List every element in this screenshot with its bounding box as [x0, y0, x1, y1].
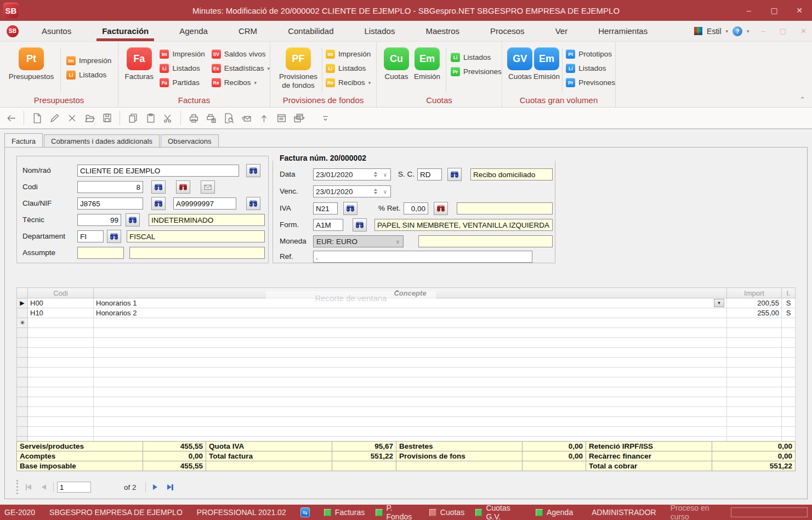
cuotas-gv-listados-button[interactable]: LiListados [566, 64, 615, 73]
edit-button[interactable] [47, 110, 62, 126]
menu-listados[interactable]: Listados [349, 21, 411, 41]
open-button[interactable] [82, 110, 97, 126]
module-p-fondos[interactable]: P. Fondos [376, 504, 418, 520]
next-page-button[interactable] [149, 482, 161, 493]
menu-herramientas[interactable]: Herramientas [583, 21, 663, 41]
recibos-button[interactable]: ReRecibos▾ [212, 78, 270, 87]
provisiones-recibos-button[interactable]: ReRecibos▾ [326, 78, 371, 87]
module-facturas[interactable]: Facturas [324, 508, 365, 517]
codi-lookup-button[interactable] [151, 180, 166, 194]
window-cascade-button[interactable]: ▾ [291, 110, 306, 126]
cuotas-previsiones-button[interactable]: PrPrevisiones [451, 67, 502, 76]
close-button[interactable]: ✕ [787, 0, 812, 21]
departament-input[interactable] [77, 230, 104, 242]
departament-lookup-button[interactable] [107, 230, 121, 243]
new-record-button[interactable] [29, 110, 44, 126]
back-button[interactable] [3, 110, 19, 126]
concepte-dropdown-icon[interactable]: ▼ [714, 299, 724, 307]
provisiones-listados-button[interactable]: LiListados [326, 64, 371, 73]
codi-input[interactable] [77, 181, 143, 193]
tecnic-input[interactable] [77, 214, 121, 226]
presupuestos-listados-button[interactable]: LiListados [66, 70, 111, 80]
estil-label[interactable]: Estil [707, 27, 721, 36]
export-button[interactable] [256, 110, 271, 126]
menu-agenda[interactable]: Agenda [164, 21, 223, 41]
presupuestos-impresion-button[interactable]: ImImpresión [66, 56, 111, 65]
col-import[interactable]: Import [727, 288, 782, 298]
nif-lookup-button[interactable] [151, 197, 166, 210]
cuotas-listados-button[interactable]: LiListados [451, 53, 502, 62]
col-codi[interactable]: Codi [28, 288, 94, 298]
grid-row-1[interactable]: ▶ H00 ▼Honorarios 1 200,55 S [17, 298, 796, 308]
col-i[interactable]: I. [782, 288, 796, 298]
menu-contabilidad[interactable]: Contabilidad [272, 21, 349, 41]
print-preview-button[interactable] [221, 110, 236, 126]
maximize-button[interactable]: ▢ [762, 0, 787, 21]
cuotas-gv-emision-button[interactable]: Em Emisión [533, 47, 560, 81]
form-lookup-button[interactable] [353, 218, 367, 231]
app-logo-small-icon[interactable]: SB [7, 25, 19, 37]
date-dropdown-icon[interactable]: ∨ [380, 189, 390, 195]
saldos-vivos-button[interactable]: SVSaldos vivos [212, 49, 270, 59]
nif2-input[interactable] [173, 197, 236, 210]
minimize-button[interactable]: – [736, 0, 762, 21]
facturas-listados-button[interactable]: LiListados [160, 64, 205, 73]
codi-lookup-red-button[interactable] [176, 180, 190, 194]
grid-row-2[interactable]: H10 Honorarios 2 255,00 S [17, 308, 796, 318]
delete-button[interactable] [64, 110, 80, 126]
nif2-lookup-button[interactable] [246, 197, 260, 210]
page-number-input[interactable] [57, 482, 91, 493]
presupuestos-button[interactable]: Pt Presupuestos [8, 47, 55, 81]
first-page-button[interactable] [22, 482, 35, 493]
estil-dropdown-icon[interactable]: ▾ [726, 29, 729, 34]
remote-support-icon[interactable]: ⇆ [300, 507, 310, 517]
print-setup-button[interactable] [203, 110, 219, 126]
menu-asuntos[interactable]: Asuntos [26, 21, 87, 41]
ret-input[interactable] [404, 202, 428, 214]
facturas-partidas-button[interactable]: PaPartidas [160, 78, 205, 87]
tab-factura[interactable]: Factura [4, 133, 43, 148]
col-concepte[interactable]: Concepte [94, 288, 727, 298]
facturas-impresion-button[interactable]: ImImpresión [160, 49, 205, 59]
save-button[interactable] [99, 110, 115, 126]
estil-color-icon[interactable] [694, 27, 702, 35]
iva-lookup-button[interactable] [343, 202, 357, 215]
date-spinner-icon[interactable] [371, 189, 380, 194]
menu-crm[interactable]: CRM [223, 21, 272, 41]
sc-lookup-button[interactable] [447, 168, 462, 181]
cut-button[interactable] [160, 110, 175, 126]
help-icon[interactable]: ? [732, 26, 742, 36]
sc-input[interactable] [417, 168, 442, 180]
date-dropdown-icon[interactable]: ∨ [380, 172, 390, 178]
send-email-button[interactable] [239, 110, 254, 126]
grid-new-row[interactable]: ✳ [17, 318, 796, 328]
ret-lookup-button[interactable] [434, 202, 448, 215]
previsones-button[interactable]: PrPrevisones [566, 78, 615, 87]
ref-input[interactable] [313, 251, 532, 263]
toolbar-overflow-button[interactable] [317, 110, 333, 126]
iva-input[interactable] [313, 202, 338, 214]
moneda-select[interactable]: EUR: EURO ∨ [313, 235, 404, 247]
venc-datepicker[interactable]: 23/01/2020 ∨ [313, 185, 391, 197]
nom-lookup-button[interactable] [246, 164, 260, 177]
menu-maestros[interactable]: Maestros [410, 21, 475, 41]
menu-facturacion[interactable]: Facturación [87, 21, 164, 41]
prev-page-button[interactable] [38, 482, 50, 493]
facturas-button[interactable]: Fa Facturas [122, 47, 156, 81]
assumpte-input[interactable] [77, 247, 124, 259]
copy-button[interactable] [125, 110, 140, 126]
menu-ver[interactable]: Ver [540, 21, 583, 41]
ribbon-collapse-icon[interactable]: ⌃ [799, 95, 805, 104]
module-cuotas[interactable]: Cuotas [429, 508, 464, 517]
data-datepicker[interactable]: 23/01/2020 ∨ [313, 168, 391, 180]
paste-button[interactable] [143, 110, 158, 126]
help-dropdown-icon[interactable]: ▾ [747, 29, 749, 34]
nif-input[interactable] [77, 197, 143, 210]
estadisticas-button[interactable]: EsEstadísticas▾ [212, 64, 270, 73]
tecnic-lookup-button[interactable] [126, 213, 140, 227]
window-list-button[interactable] [274, 110, 289, 126]
module-agenda[interactable]: Agenda [536, 508, 573, 517]
last-page-button[interactable] [164, 482, 177, 493]
provisiones-fondos-button[interactable]: PF Provisiones de fondos [276, 47, 321, 89]
cuotas-emision-button[interactable]: Em Emisión [412, 47, 442, 81]
